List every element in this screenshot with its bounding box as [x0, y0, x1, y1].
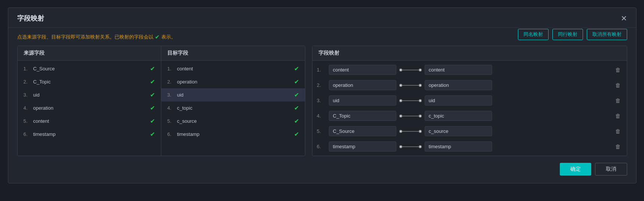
list-item[interactable]: 3. uid ✔: [18, 88, 161, 101]
field-name: c_topic: [177, 105, 294, 111]
mapping-num: 4.: [317, 113, 326, 119]
source-panel: 来源字段 1. C_Source ✔ 2. C_Topic ✔: [18, 46, 161, 156]
delete-mapping-button[interactable]: 🗑: [614, 66, 622, 74]
field-name: operation: [33, 105, 150, 111]
field-name: uid: [33, 92, 150, 98]
cancel-all-button[interactable]: 取消所有映射: [587, 29, 627, 40]
mapped-check-icon: ✔: [294, 118, 299, 125]
connector-line: [402, 70, 419, 70]
left-panels: 来源字段 1. C_Source ✔ 2. C_Topic ✔: [17, 46, 305, 156]
mapping-connector: [399, 115, 422, 118]
table-row: 1. content content 🗑: [312, 62, 627, 77]
mapping-connector: [399, 130, 422, 133]
connector-dot-left: [399, 145, 402, 148]
delete-mapping-button[interactable]: 🗑: [614, 97, 622, 104]
list-item[interactable]: 4. operation ✔: [18, 101, 161, 115]
field-num: 2.: [24, 79, 31, 85]
mapped-check-icon: ✔: [294, 78, 299, 85]
field-num: 4.: [24, 105, 31, 111]
connector-line: [402, 146, 419, 147]
mapping-target: operation: [425, 80, 492, 90]
hint-text-before: 点选来源字段、目标字段即可添加映射关系。已映射的字段会以: [17, 34, 153, 40]
mapped-check-icon: ✔: [150, 91, 155, 98]
field-name: operation: [177, 79, 294, 85]
target-panel-header: 目标字段: [161, 46, 305, 61]
cancel-button[interactable]: 取消: [595, 163, 627, 176]
list-item[interactable]: 3. uid ✔: [161, 88, 305, 101]
field-num: 5.: [24, 118, 31, 124]
table-row: 4. C_Topic c_topic 🗑: [312, 108, 627, 124]
mapped-check-icon: ✔: [294, 131, 299, 138]
mapping-target: timestamp: [425, 141, 492, 152]
target-panel: 目标字段 1. content ✔ 2. operation ✔: [161, 46, 305, 156]
connector-dot-left: [399, 99, 402, 102]
list-item[interactable]: 1. C_Source ✔: [18, 62, 161, 75]
mapping-num: 5.: [317, 128, 326, 134]
field-name: uid: [177, 92, 294, 98]
top-buttons: 同名映射 同行映射 取消所有映射: [518, 29, 627, 40]
field-num: 4.: [167, 105, 175, 111]
mapping-num: 3.: [317, 98, 326, 103]
connector-dot-right: [419, 145, 422, 148]
content-area: 来源字段 1. C_Source ✔ 2. C_Topic ✔: [17, 46, 627, 156]
mapping-target: content: [425, 65, 492, 75]
list-item[interactable]: 6. timestamp ✔: [161, 128, 305, 141]
mapping-source: content: [329, 65, 396, 75]
mapping-source: operation: [329, 80, 396, 90]
mapped-check-icon: ✔: [150, 65, 155, 72]
hint-text-after: 表示。: [161, 34, 176, 40]
delete-mapping-button[interactable]: 🗑: [614, 112, 622, 120]
table-row: 5. C_Source c_source 🗑: [312, 124, 627, 139]
mapped-check-icon: ✔: [294, 91, 299, 98]
modal-header: 字段映射 ✕: [8, 8, 636, 28]
close-button[interactable]: ✕: [621, 15, 627, 22]
same-row-button[interactable]: 同行映射: [552, 29, 583, 40]
confirm-button[interactable]: 确定: [560, 163, 591, 176]
mapping-source: C_Topic: [329, 111, 396, 121]
field-num: 5.: [167, 118, 175, 124]
mapping-source: C_Source: [329, 126, 396, 136]
connector-line: [402, 116, 419, 116]
delete-mapping-button[interactable]: 🗑: [614, 143, 622, 150]
connector-dot-left: [399, 68, 402, 71]
mapping-target: uid: [425, 95, 492, 106]
table-row: 2. operation operation 🗑: [312, 77, 627, 93]
field-num: 2.: [167, 79, 175, 85]
connector-line: [402, 131, 419, 132]
mapped-check-icon: ✔: [150, 131, 155, 138]
mapping-target: c_source: [425, 126, 492, 136]
mapping-connector: [399, 68, 422, 71]
field-name: C_Source: [33, 66, 150, 71]
target-field-list: 1. content ✔ 2. operation ✔ 3. uid ✔: [161, 61, 305, 142]
mapping-connector: [399, 84, 422, 87]
delete-mapping-button[interactable]: 🗑: [614, 127, 622, 135]
connector-dot-right: [419, 84, 422, 87]
field-name: timestamp: [177, 131, 294, 137]
connector-dot-right: [419, 130, 422, 133]
list-item[interactable]: 2. operation ✔: [161, 75, 305, 88]
list-item[interactable]: 2. C_Topic ✔: [18, 75, 161, 88]
table-row: 3. uid uid 🗑: [312, 93, 627, 108]
list-item[interactable]: 5. c_source ✔: [161, 115, 305, 128]
list-item[interactable]: 5. content ✔: [18, 115, 161, 128]
mapping-num: 1.: [317, 67, 326, 73]
check-symbol: ✔: [155, 34, 160, 40]
field-mapping-modal: 字段映射 ✕ 点选来源字段、目标字段即可添加映射关系。已映射的字段会以 ✔ 表示…: [8, 7, 637, 183]
list-item[interactable]: 4. c_topic ✔: [161, 101, 305, 115]
mapping-panel-header: 字段映射: [312, 46, 627, 61]
field-num: 3.: [24, 92, 31, 98]
list-item[interactable]: 1. content ✔: [161, 62, 305, 75]
mapped-check-icon: ✔: [294, 104, 299, 112]
connector-dot-right: [419, 68, 422, 71]
field-num: 6.: [167, 131, 175, 137]
connector-line: [402, 85, 419, 86]
field-num: 3.: [167, 92, 175, 98]
connector-line: [402, 100, 419, 101]
source-panel-header: 来源字段: [18, 46, 161, 61]
connector-dot-left: [399, 84, 402, 87]
mapping-list: 1. content content 🗑 2. operation: [312, 61, 627, 156]
delete-mapping-button[interactable]: 🗑: [614, 81, 622, 89]
same-name-button[interactable]: 同名映射: [518, 29, 549, 40]
field-num: 1.: [167, 66, 175, 71]
list-item[interactable]: 6. timestamp ✔: [18, 128, 161, 141]
